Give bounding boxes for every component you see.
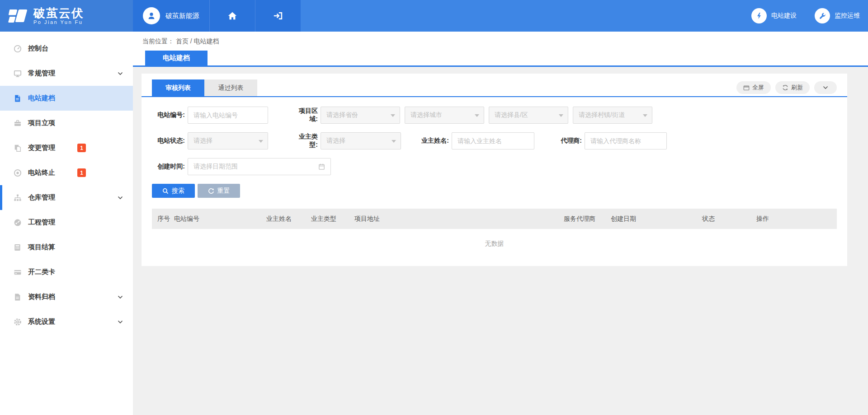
document-icon <box>14 94 22 102</box>
station-no-input[interactable] <box>188 107 268 124</box>
chevron-down-icon <box>118 295 123 299</box>
date-range-input[interactable]: 请选择日期范围 <box>188 158 331 175</box>
calculator-icon <box>14 243 22 251</box>
nav-station-build[interactable]: 电站建设 <box>751 8 797 23</box>
col-actions: 操作 <box>756 215 837 223</box>
refresh-label: 刷新 <box>791 84 803 92</box>
sidebar-label: 常规管理 <box>28 69 55 78</box>
status-placeholder: 请选择 <box>193 137 212 145</box>
tab-passed-list[interactable]: 通过列表 <box>204 79 257 96</box>
owner-type-select[interactable]: 请选择 <box>321 132 401 149</box>
fullscreen-button[interactable]: 全屏 <box>736 81 771 94</box>
nav-monitor-ops[interactable]: 监控运维 <box>815 8 860 23</box>
home-button[interactable] <box>209 0 255 32</box>
breadcrumb-band: 当前位置： 首页 / 电站建档 电站建档 <box>133 32 868 67</box>
panel-tabs-bar: 审核列表 通过列表 全屏 刷新 <box>142 74 847 97</box>
avatar[interactable] <box>143 7 160 24</box>
caret-down-icon <box>391 114 395 117</box>
tab-review-list[interactable]: 审核列表 <box>152 79 204 96</box>
brand-text: 破茧云伏 Po Jian Yun Fu <box>33 7 84 25</box>
panel-tools: 全屏 刷新 <box>736 81 837 94</box>
county-placeholder: 请选择县/区 <box>495 111 528 119</box>
col-owner-type: 业主类型 <box>311 215 354 223</box>
company-name: 破茧新能源 <box>165 12 199 20</box>
city-select[interactable]: 请选择城市 <box>405 107 484 124</box>
filter-form: 电站编号: 项目区域: 请选择省份 请选择城市 请选择县/区 <box>142 97 847 175</box>
col-project-address: 项目地址 <box>354 215 564 223</box>
sidebar-label: 电站终止 <box>28 168 55 177</box>
card-icon <box>14 268 22 276</box>
sidebar-label: 系统设置 <box>28 317 55 326</box>
breadcrumb-current: 电站建档 <box>194 37 219 45</box>
sidebar-item-station-terminate[interactable]: 电站终止 1 <box>0 160 133 185</box>
sidebar-item-class2-card[interactable]: 开二类卡 <box>0 260 133 284</box>
brand-subtitle: Po Jian Yun Fu <box>33 19 84 25</box>
archive-file-icon <box>14 293 22 301</box>
home-icon <box>227 11 237 20</box>
chevron-down-icon <box>823 86 828 89</box>
refresh-icon <box>782 84 788 91</box>
station-no-label: 电站编号: <box>152 111 185 119</box>
date-range-placeholder: 请选择日期范围 <box>193 163 318 171</box>
lightning-icon <box>751 8 767 23</box>
badge-count: 1 <box>77 168 86 177</box>
sidebar-label: 项目立项 <box>28 119 55 127</box>
chevron-down-icon <box>118 320 123 324</box>
collapse-button[interactable] <box>814 81 837 94</box>
filter-row-2: 电站状态: 请选择 业主类型: 请选择 业主姓名: 代理商: <box>152 132 837 149</box>
sidebar-item-station-archive[interactable]: 电站建档 <box>0 86 133 111</box>
owner-name-label: 业主姓名: <box>415 137 449 145</box>
nav-station-build-label: 电站建设 <box>771 12 797 20</box>
sidebar-label: 工程管理 <box>28 218 55 227</box>
sidebar-item-warehouse-mgmt[interactable]: 仓库管理 <box>0 185 133 210</box>
agent-input[interactable] <box>585 132 667 149</box>
page-tab-station-archive[interactable]: 电站建档 <box>145 51 208 65</box>
panel-card: 审核列表 通过列表 全屏 刷新 <box>142 74 847 266</box>
sidebar-label: 电站建档 <box>28 94 55 103</box>
sign-in-icon <box>273 11 283 20</box>
filter-row-3: 创建时间: 请选择日期范围 <box>152 158 837 175</box>
owner-name-input[interactable] <box>452 132 534 149</box>
user-icon <box>147 11 156 20</box>
town-select[interactable]: 请选择村镇/街道 <box>573 107 652 124</box>
search-button[interactable]: 搜索 <box>152 184 195 198</box>
sidebar-item-general-mgmt[interactable]: 常规管理 <box>0 61 133 86</box>
topbar-right: 电站建设 监控运维 <box>301 0 868 32</box>
refresh-button[interactable]: 刷新 <box>775 81 810 94</box>
fullscreen-icon <box>743 85 750 91</box>
col-seq: 序号 <box>157 215 174 223</box>
fullscreen-label: 全屏 <box>752 84 764 92</box>
sidebar-item-project-initiation[interactable]: 项目立项 <box>0 111 133 135</box>
sidebar-item-system-settings[interactable]: 系统设置 <box>0 309 133 334</box>
agent-label: 代理商: <box>556 137 582 145</box>
station-status-select[interactable]: 请选择 <box>188 132 268 149</box>
sidebar-label: 资料归档 <box>28 293 55 301</box>
col-status: 状态 <box>702 215 756 223</box>
main-content: 当前位置： 首页 / 电站建档 电站建档 审核列表 通过列表 全屏 <box>133 32 868 415</box>
sidebar-item-data-archive[interactable]: 资料归档 <box>0 284 133 309</box>
owner-type-label: 业主类型: <box>291 133 318 149</box>
sidebar-item-console[interactable]: 控制台 <box>0 36 133 61</box>
sidebar-item-change-mgmt[interactable]: 变更管理 1 <box>0 135 133 160</box>
sidebar-item-engineering-mgmt[interactable]: 工程管理 <box>0 210 133 235</box>
search-icon <box>162 188 169 194</box>
caret-down-icon <box>259 140 263 143</box>
nav-monitor-ops-label: 监控运维 <box>835 12 860 20</box>
topbar: 破茧云伏 Po Jian Yun Fu 破茧新能源 <box>0 0 868 32</box>
empty-state: 无数据 <box>152 229 837 248</box>
created-time-label: 创建时间: <box>152 163 185 171</box>
brand-logo: 破茧云伏 Po Jian Yun Fu <box>0 0 133 32</box>
reset-button[interactable]: 重置 <box>198 184 240 198</box>
province-select[interactable]: 请选择省份 <box>321 107 400 124</box>
user-menu[interactable]: 破茧新能源 <box>133 0 209 32</box>
county-select[interactable]: 请选择县/区 <box>489 107 568 124</box>
filter-row-1: 电站编号: 项目区域: 请选择省份 请选择城市 请选择县/区 <box>152 107 837 124</box>
breadcrumb-prefix: 当前位置： <box>142 37 174 45</box>
owner-type-placeholder: 请选择 <box>326 137 345 145</box>
topbar-user-zone: 破茧新能源 <box>133 0 301 32</box>
sign-out-button[interactable] <box>255 0 301 32</box>
sidebar-item-project-settlement[interactable]: 项目结算 <box>0 235 133 260</box>
col-owner-name: 业主姓名 <box>266 215 311 223</box>
breadcrumb-home-link[interactable]: 首页 <box>176 37 189 45</box>
reset-icon <box>208 188 214 194</box>
